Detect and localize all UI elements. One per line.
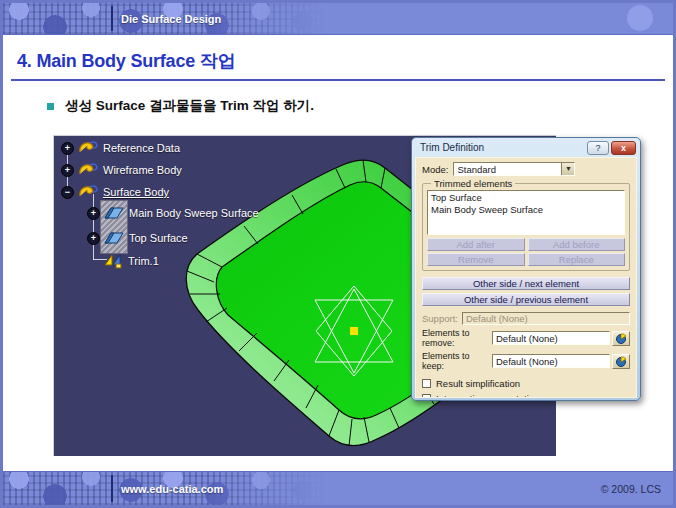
tree-item-main-body-sweep-surface[interactable]: + Main Body Sweep Surface	[87, 204, 259, 222]
geometrical-set-icon	[78, 162, 98, 179]
dialog-titlebar[interactable]: Trim Definition ? x	[415, 141, 637, 157]
trimmed-elements-group-label: Trimmed elements	[431, 178, 515, 189]
page-title: 4. Main Body Surface 작업	[17, 49, 235, 73]
bullet-row: 생성 Surface 결과물들을 Trim 작업 하기.	[47, 97, 314, 115]
tree-item-label[interactable]: Trim.1	[128, 255, 159, 267]
remove-button[interactable]: Remove	[427, 253, 525, 266]
mode-row: Mode: Standard ▼	[422, 162, 630, 176]
dialog-title: Trim Definition	[420, 142, 484, 153]
footer-separator	[111, 475, 113, 502]
trim-icon	[103, 253, 123, 269]
elements-to-remove-row: Elements to remove: Default (None)	[422, 328, 630, 348]
tree-item-label[interactable]: Top Surface	[129, 232, 188, 244]
other-side-previous-element-button[interactable]: Other side / previous element	[422, 293, 630, 306]
tree-item-surface-body[interactable]: − Surface Body	[61, 183, 169, 201]
tree-item-label[interactable]: Main Body Sweep Surface	[129, 207, 259, 219]
footer-copyright: © 2009. LCS	[601, 483, 661, 495]
bullet-text: 생성 Surface 결과물들을 Trim 작업 하기.	[65, 97, 314, 115]
geometrical-set-icon	[78, 140, 98, 157]
bullet-marker-icon	[47, 103, 54, 110]
trimmed-elements-group: Trimmed elements Top Surface Main Body S…	[422, 183, 630, 271]
expand-icon[interactable]: +	[61, 164, 74, 177]
mode-select[interactable]: Standard ▼	[453, 162, 575, 176]
elements-to-keep-label: Elements to keep:	[422, 351, 492, 371]
slide: Die Surface Design 4. Main Body Surface …	[0, 0, 676, 508]
title-rule	[11, 79, 665, 81]
footer-website: www.edu-catia.com	[121, 483, 223, 495]
intersection-computation-option[interactable]: Intersection computation	[422, 393, 630, 398]
tree-item-reference-data[interactable]: + Reference Data	[61, 139, 180, 157]
surface-icon	[104, 230, 124, 246]
tree-item-label[interactable]: Reference Data	[103, 142, 180, 154]
dialog-body: Mode: Standard ▼ Trimmed elements Top Su…	[415, 157, 637, 398]
element-list-picker-button[interactable]	[612, 331, 630, 346]
header-separator	[111, 6, 113, 31]
support-field[interactable]: Default (None)	[462, 312, 630, 325]
trim-definition-dialog: Trim Definition ? x Mode: Standard ▼ Tri…	[411, 137, 641, 401]
help-icon[interactable]: ?	[587, 141, 609, 155]
list-item[interactable]: Top Surface	[431, 192, 621, 204]
elements-to-remove-label: Elements to remove:	[422, 328, 492, 348]
footer-bar: www.edu-catia.com © 2009. LCS	[3, 471, 673, 505]
expand-icon[interactable]: +	[61, 142, 74, 155]
mode-selected-value: Standard	[457, 164, 496, 175]
tree-item-label[interactable]: Surface Body	[103, 186, 169, 198]
element-list-picker-button[interactable]	[612, 354, 630, 369]
header-bar: Die Surface Design	[3, 3, 673, 35]
checkbox-unchecked-icon[interactable]	[422, 394, 431, 398]
list-button-grid: Add after Add before Remove Replace	[427, 238, 625, 266]
elements-to-remove-field[interactable]: Default (None)	[492, 331, 610, 345]
checkbox-label: Intersection computation	[436, 393, 540, 398]
result-simplification-option[interactable]: Result simplification	[422, 378, 630, 389]
surface-icon	[104, 205, 124, 221]
tree-item-wireframe-body[interactable]: + Wireframe Body	[61, 161, 182, 179]
chevron-down-icon[interactable]: ▼	[561, 163, 574, 175]
tree-item-label[interactable]: Wireframe Body	[103, 164, 182, 176]
mode-label: Mode:	[422, 164, 448, 175]
list-picker-icon	[615, 333, 627, 344]
tree-item-top-surface[interactable]: + Top Surface	[87, 229, 188, 247]
support-row: Support: Default (None)	[422, 312, 630, 325]
add-before-button[interactable]: Add before	[528, 238, 626, 251]
checkbox-unchecked-icon[interactable]	[422, 379, 431, 388]
collapse-icon[interactable]: −	[61, 186, 74, 199]
elements-to-keep-row: Elements to keep: Default (None)	[422, 351, 630, 371]
header-decoration-circle	[627, 5, 653, 31]
add-after-button[interactable]: Add after	[427, 238, 525, 251]
replace-button[interactable]: Replace	[528, 253, 626, 266]
other-side-next-element-button[interactable]: Other side / next element	[422, 277, 630, 290]
expand-icon[interactable]: +	[87, 207, 100, 220]
tree-item-trim-1[interactable]: Trim.1	[103, 252, 159, 270]
geometrical-set-icon	[78, 184, 98, 201]
checkbox-label: Result simplification	[436, 378, 520, 389]
close-icon[interactable]: x	[611, 141, 636, 155]
elements-to-keep-field[interactable]: Default (None)	[492, 354, 610, 368]
center-point-marker	[350, 327, 358, 335]
header-product-name: Die Surface Design	[121, 13, 221, 25]
expand-icon[interactable]: +	[87, 232, 100, 245]
trimmed-elements-list[interactable]: Top Surface Main Body Sweep Surface	[427, 190, 625, 235]
list-item[interactable]: Main Body Sweep Surface	[431, 204, 621, 216]
support-label: Support:	[422, 313, 458, 324]
list-picker-icon	[615, 356, 627, 367]
